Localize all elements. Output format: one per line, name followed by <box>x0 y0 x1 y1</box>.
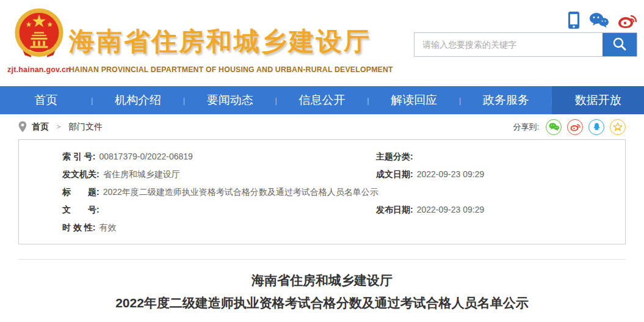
nav-item-about[interactable]: 机构介绍 <box>92 86 184 114</box>
breadcrumb-home[interactable]: 首页 <box>32 122 49 133</box>
nav-item-services[interactable]: 政务服务 <box>460 86 552 114</box>
national-emblem-icon <box>12 6 67 62</box>
meta-row: 发文机关: 省住房和城乡建设厅 成文日期: 2022-09-23 09:29 <box>19 166 625 183</box>
meta-field-doc-number: 文 号: <box>19 205 365 216</box>
nav-item-home[interactable]: 首页 <box>0 86 92 114</box>
breadcrumb-current: 部门文件 <box>68 122 103 133</box>
meta-field-validity: 时 效 性: 有效 <box>19 222 365 233</box>
breadcrumb-separator: ＞ <box>55 122 62 132</box>
share-weibo-icon[interactable] <box>567 119 583 135</box>
site-title: 海南省住房和城乡建设厅 <box>69 24 393 59</box>
meta-row: 时 效 性: 有效 <box>19 219 625 236</box>
search-icon <box>612 36 628 54</box>
article-divider <box>18 259 626 260</box>
nav-item-interpretation[interactable]: 解读回应 <box>368 86 460 114</box>
main-nav: 首页 | 机构介绍 | 要闻动态 | 信息公开 | 解读回应 | 政务服务 | … <box>0 86 644 114</box>
document-meta-panel: 索 引 号: 00817379-0/2022-06819 主题分类: 发文机关:… <box>18 139 626 244</box>
search-input[interactable] <box>414 33 602 56</box>
meta-row: 索 引 号: 00817379-0/2022-06819 主题分类: <box>19 148 625 166</box>
site-title-block: 海南省住房和城乡建设厅 HAINAN PROVINCIAL DEPARTMENT… <box>69 24 393 74</box>
meta-field-index-number: 索 引 号: 00817379-0/2022-06819 <box>19 152 365 163</box>
meta-row: 文 号: 发布日期: 2022-09-23 09:29 <box>19 201 625 219</box>
article-title-line2: 2022年度二级建造师执业资格考试合格分数及通过考试合格人员名单公示 <box>0 291 644 314</box>
meta-field-written-date: 成文日期: 2022-09-23 09:29 <box>365 169 625 180</box>
nav-item-news[interactable]: 要闻动态 <box>184 86 276 114</box>
meta-row: 标 题: 2022年度二级建造师执业资格考试合格分数及通过考试合格人员名单公示 <box>19 183 625 201</box>
meta-field-topic-category: 主题分类: <box>365 152 625 163</box>
share-wechat-icon[interactable] <box>546 119 562 135</box>
share-qzone-icon[interactable] <box>610 119 626 135</box>
breadcrumb-row: 首页 ＞ 部门文件 分享到: <box>0 114 644 139</box>
header-right <box>414 11 637 57</box>
meta-field-issuing-agency: 发文机关: 省住房和城乡建设厅 <box>19 169 365 180</box>
site-header: zjt.hainan.gov.cn 海南省住房和城乡建设厅 HAINAN PRO… <box>0 0 644 86</box>
article-header: 海南省住房和城乡建设厅 2022年度二级建造师执业资格考试合格分数及通过考试合格… <box>0 269 644 314</box>
site-domain: zjt.hainan.gov.cn <box>7 65 71 74</box>
meta-field-title: 标 题: 2022年度二级建造师执业资格考试合格分数及通过考试合格人员名单公示 <box>19 187 625 198</box>
site-logo[interactable]: zjt.hainan.gov.cn <box>7 6 71 74</box>
share-label: 分享到: <box>513 122 539 133</box>
weibo-icon[interactable] <box>618 12 637 29</box>
article-title-line1: 海南省住房和城乡建设厅 <box>0 269 644 291</box>
nav-item-info-disclosure[interactable]: 信息公开 <box>276 86 368 114</box>
share-qq-icon[interactable] <box>588 119 604 135</box>
search-button[interactable] <box>602 33 637 56</box>
quick-icons <box>414 11 637 29</box>
nav-item-open-data[interactable]: 数据开放 <box>552 86 644 114</box>
site-subtitle-en: HAINAN PROVINCIAL DEPARTMENT OF HOUSING … <box>69 65 393 74</box>
map-pin-icon <box>18 121 27 133</box>
meta-field-publish-date: 发布日期: 2022-09-23 09:29 <box>365 205 625 216</box>
search-bar <box>414 32 637 57</box>
wechat-icon[interactable] <box>589 12 609 29</box>
share-box: 分享到: <box>513 119 626 135</box>
mobile-icon[interactable] <box>568 11 580 29</box>
